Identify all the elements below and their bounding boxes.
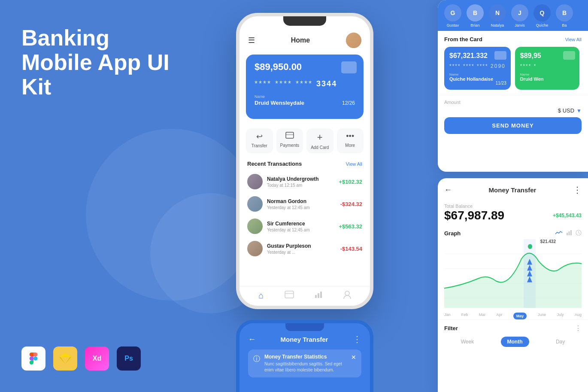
card-expiry: 12/26 [342, 100, 355, 106]
card-holder-name: Druid Wensleydale [255, 100, 304, 106]
graph-controls [555, 230, 582, 237]
recipient-avatar-5: B [556, 4, 573, 21]
transaction-item[interactable]: Norman Gordon Yesterday at 12:45 am -$32… [239, 193, 370, 215]
svg-rect-1 [286, 134, 294, 135]
mini-card-dots-0: **** **** **** 2090 [449, 63, 506, 69]
phone-bottom-nav: ⌂ [239, 286, 370, 306]
transaction-item[interactable]: Sir Cumference Yesterday at 12:45 am +$5… [239, 215, 370, 237]
nav-profile-icon[interactable] [343, 291, 351, 301]
recipient-avatar-3: J [511, 4, 528, 21]
mini-card-expiry-0: 11/23 [496, 81, 506, 85]
recipient-item[interactable]: J Jarvis [511, 4, 528, 27]
filter-month-tab[interactable]: Month [501, 337, 529, 347]
transfer-back-button[interactable]: ← [444, 185, 452, 194]
card-dots-2: **** [275, 79, 292, 88]
recipient-item[interactable]: B Ba [556, 4, 573, 27]
card-balance: $89,950.00 [255, 61, 355, 73]
send-money-button[interactable]: SEND MONEY [444, 117, 582, 134]
phone-mockup: ☰ Home $89,950.00 **** **** **** 3344 [236, 13, 373, 313]
transfer-action[interactable]: ↩ Transfer [246, 128, 273, 153]
recipient-avatar-2: N [489, 4, 506, 21]
recipient-avatar-4: Q [533, 4, 551, 21]
amount-value: $ USD [558, 107, 574, 114]
cards-scroll: $67,321.332 **** **** **** 2090 Name Qui… [444, 47, 582, 90]
transfer-label: Transfer [252, 143, 267, 148]
transaction-amount-2: +$563.32 [339, 223, 362, 230]
payments-icon [285, 132, 294, 141]
transaction-avatar-1 [247, 196, 263, 212]
transactions-title: Recent Transactions [247, 161, 302, 167]
filter-week-tab[interactable]: Week [455, 337, 480, 347]
mini-card-0[interactable]: $67,321.332 **** **** **** 2090 Name Qui… [444, 47, 511, 90]
more-action[interactable]: ••• More [337, 128, 364, 153]
transfer-more-button[interactable]: ⋮ [573, 185, 582, 195]
more-icon: ••• [346, 132, 354, 141]
user-avatar[interactable] [346, 33, 361, 48]
month-labels: Jan Feb Mar Apr May June July Aug [438, 313, 588, 319]
sketch-icon [53, 346, 77, 371]
transaction-time-1: Yesterday at 12:45 am [267, 205, 336, 210]
title-line1: Banking [21, 25, 109, 50]
phone-bottom-content: ← Money Transfer ⋮ ⓘ Money Transfer Stat… [239, 323, 370, 377]
notification-close-button[interactable]: ✕ [351, 354, 356, 361]
phone-content: ☰ Home $89,950.00 **** **** **** 3344 [239, 16, 370, 306]
from-card-header: From the Card View All [444, 36, 582, 43]
bottom-back-button[interactable]: ← [248, 335, 256, 344]
card-chip [341, 61, 357, 73]
add-card-action[interactable]: + Add Card [306, 128, 333, 153]
more-label: More [345, 143, 355, 148]
transaction-amount-1: -$324.32 [340, 201, 362, 207]
main-title: Banking Mobile App UI Kit [21, 26, 202, 100]
mini-card-1[interactable]: $89,95 **** * Name Druid Wen [515, 47, 579, 90]
recipient-name-2: Natalya [491, 23, 504, 27]
phone-body: ☰ Home $89,950.00 **** **** **** 3344 [236, 13, 373, 309]
recipient-item[interactable]: B Brian [467, 4, 484, 27]
transactions-view-all[interactable]: View All [346, 161, 362, 167]
amount-input-row: $ USD ▼ [444, 107, 582, 114]
transaction-item[interactable]: Natalya Undergrowth Today at 12:15 am +$… [239, 170, 370, 193]
graph-section: Graph [438, 228, 588, 312]
nav-home-icon[interactable]: ⌂ [258, 291, 264, 301]
amount-section: Amount $ USD ▼ SEND MONEY [438, 95, 588, 138]
filter-day-tab[interactable]: Day [549, 337, 571, 347]
recipient-item[interactable]: N Natalya [489, 4, 506, 27]
graph-line-icon[interactable] [555, 230, 563, 237]
month-feb: Feb [461, 313, 468, 319]
month-apr: Apr [497, 313, 503, 319]
transfer-balance-section: Total Balance $67,987.89 +$45,543.43 [438, 201, 588, 228]
month-may[interactable]: May [513, 313, 527, 319]
notification-content: Money Transfer Statistics Nunc sagittisb… [264, 354, 347, 373]
right-panel-transfer: ← Money Transfer ⋮ Total Balance $67,987… [438, 178, 588, 392]
transaction-item[interactable]: Gustav Purpleson Yesterday at ... -$143.… [239, 237, 370, 260]
mini-card-chip-1 [563, 51, 575, 60]
mini-card-chip-0 [494, 51, 506, 60]
graph-clock-icon[interactable] [576, 230, 582, 237]
from-card-section: From the Card View All $67,321.332 **** … [438, 31, 588, 95]
transfer-header: ← Money Transfer ⋮ [438, 178, 588, 201]
hamburger-icon[interactable]: ☰ [248, 36, 255, 45]
recipient-item[interactable]: Q Quiche [533, 4, 551, 27]
add-card-icon: + [317, 132, 323, 143]
bottom-more-button[interactable]: ⋮ [353, 334, 361, 344]
nav-card-icon[interactable] [285, 291, 294, 301]
transaction-name-0: Natalya Undergrowth [267, 176, 334, 182]
credit-card[interactable]: $89,950.00 **** **** **** 3344 Name Drui… [246, 55, 364, 119]
avatar-image [346, 33, 361, 48]
nav-stats-icon[interactable] [315, 291, 322, 301]
filter-icon[interactable]: ⋮ [575, 324, 582, 332]
total-balance-label: Total Balance [444, 204, 582, 209]
amount-label: Amount [444, 100, 582, 105]
transfer-header-bottom: ← Money Transfer ⋮ [248, 334, 361, 344]
recipient-name-3: Jarvis [515, 23, 525, 27]
payments-label: Payments [280, 143, 299, 148]
graph-bar-icon[interactable] [566, 230, 572, 237]
phone-screen-title: Home [291, 36, 310, 44]
from-card-view-all[interactable]: View All [565, 37, 582, 42]
payments-action[interactable]: Payments [276, 128, 303, 153]
phone-bottom-body: ← Money Transfer ⋮ ⓘ Money Transfer Stat… [236, 320, 373, 392]
transaction-amount-0: +$102.32 [339, 179, 362, 185]
recipient-item[interactable]: G Gustav [444, 4, 461, 27]
hero-text-section: Banking Mobile App UI Kit [21, 26, 202, 108]
month-mar: Mar [479, 313, 486, 319]
recipient-avatar-0: G [444, 4, 461, 21]
